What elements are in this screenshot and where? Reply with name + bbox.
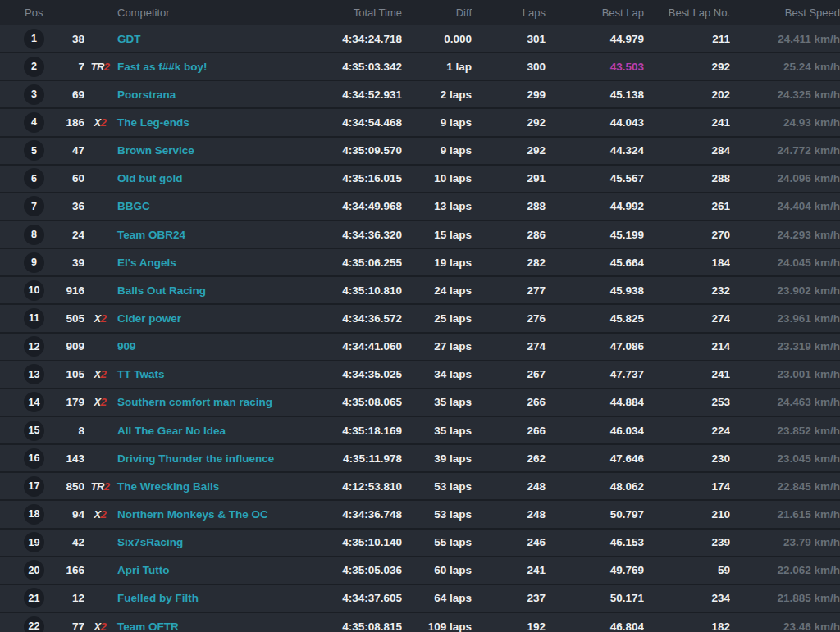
competitor-name[interactable]: Driving Thunder the influence	[116, 452, 275, 465]
laps-value: 301	[472, 33, 546, 45]
position-badge: 7	[24, 196, 44, 216]
position-number: 3	[31, 89, 37, 100]
diff-value: 35 laps	[402, 425, 472, 437]
position-cell: 3	[0, 84, 51, 105]
total-time-value: 4:35:08.815	[275, 621, 402, 632]
best-lap-value: 48.062	[546, 480, 644, 493]
total-time-value: 4:35:08.065	[275, 396, 402, 408]
column-header-best-lap[interactable]: Best Lap	[546, 7, 644, 19]
best-speed-value: 24.772 km/h	[730, 144, 840, 157]
table-row[interactable]: 5 47 Brown Service 4:35:09.570 9 laps 29…	[0, 136, 840, 164]
competitor-name[interactable]: GDT	[116, 33, 275, 45]
competitor-name[interactable]: Old but gold	[116, 172, 275, 184]
laps-value: 266	[472, 425, 546, 437]
diff-value: 53 laps	[402, 508, 472, 521]
table-row[interactable]: 11 505 X2 Cider power 4:34:36.572 25 lap…	[0, 303, 840, 331]
competitor-name[interactable]: El's Angels	[116, 257, 275, 269]
total-time-value: 4:35:10.810	[275, 284, 402, 297]
position-number: 8	[31, 229, 37, 240]
competitor-name[interactable]: Six7sRacing	[116, 536, 275, 548]
competitor-name[interactable]: Fast as f##k boy!	[116, 61, 275, 73]
table-row[interactable]: 2 7 TR2 Fast as f##k boy! 4:35:03.342 1 …	[0, 52, 840, 80]
table-row[interactable]: 17 850 TR2 The Wrecking Balls 4:12:53.81…	[0, 471, 840, 499]
column-header-total-time[interactable]: Total Time	[275, 7, 402, 19]
column-header-competitor[interactable]: Competitor	[116, 7, 275, 19]
class-badge-number: 2	[101, 621, 107, 632]
best-speed-value: 22.845 km/h	[730, 480, 840, 493]
best-speed-value: 24.045 km/h	[730, 257, 840, 269]
position-badge: 9	[24, 252, 44, 273]
table-row[interactable]: 7 36 BBGC 4:34:49.968 13 laps 288 44.992…	[0, 192, 840, 220]
laps-value: 276	[472, 312, 546, 325]
table-row[interactable]: 9 39 El's Angels 4:35:06.255 19 laps 282…	[0, 248, 840, 275]
competitor-name[interactable]: Team OFTR	[116, 621, 275, 632]
car-number: 179	[51, 396, 84, 408]
column-header-laps[interactable]: Laps	[472, 7, 546, 19]
column-header-diff[interactable]: Diff	[402, 7, 472, 19]
best-lap-no-value: 184	[644, 257, 730, 269]
competitor-name[interactable]: 909	[116, 340, 275, 352]
table-row[interactable]: 15 8 All The Gear No Idea 4:35:18.169 35…	[0, 416, 840, 443]
best-lap-value: 47.737	[546, 368, 644, 380]
position-number: 21	[29, 593, 40, 604]
diff-value: 9 laps	[402, 116, 472, 129]
position-number: 15	[29, 425, 40, 436]
laps-value: 248	[472, 480, 546, 493]
best-lap-value: 50.797	[546, 508, 644, 521]
class-badge: TR2	[84, 61, 116, 73]
car-number: 166	[51, 564, 84, 576]
diff-value: 15 laps	[402, 229, 472, 241]
competitor-name[interactable]: Balls Out Racing	[116, 284, 275, 297]
table-row[interactable]: 4 186 X2 The Leg-ends 4:34:54.468 9 laps…	[0, 107, 840, 135]
race-results-table: Pos Competitor Total Time Diff Laps Best…	[0, 0, 840, 632]
total-time-value: 4:35:16.015	[275, 172, 402, 184]
diff-value: 39 laps	[402, 452, 472, 465]
total-time-value: 4:34:49.968	[275, 200, 402, 212]
position-number: 6	[31, 173, 37, 184]
position-badge: 13	[24, 364, 44, 384]
best-lap-no-value: 232	[644, 284, 730, 297]
table-row[interactable]: 21 12 Fuelled by Filth 4:34:37.605 64 la…	[0, 584, 840, 612]
column-header-best-speed[interactable]: Best Speed	[730, 7, 840, 19]
table-row[interactable]: 13 105 X2 TT Twats 4:34:35.025 34 laps 2…	[0, 360, 840, 388]
table-row[interactable]: 16 143 Driving Thunder the influence 4:3…	[0, 443, 840, 471]
competitor-name[interactable]: BBGC	[116, 200, 275, 212]
table-row[interactable]: 10 916 Balls Out Racing 4:35:10.810 24 l…	[0, 275, 840, 303]
diff-value: 64 laps	[402, 592, 472, 604]
table-row[interactable]: 14 179 X2 Southern comfort man racing te…	[0, 388, 840, 416]
competitor-name[interactable]: Brown Service	[116, 144, 275, 157]
competitor-name[interactable]: Fuelled by Filth	[116, 592, 275, 604]
competitor-name[interactable]: TT Twats	[116, 368, 275, 380]
best-speed-value: 23.852 km/h	[730, 425, 840, 437]
table-row[interactable]: 12 909 909 4:34:41.060 27 laps 274 47.08…	[0, 332, 840, 360]
position-badge: 20	[24, 560, 44, 580]
total-time-value: 4:35:09.570	[275, 144, 402, 157]
table-row[interactable]: 1 38 GDT 4:34:24.718 0.000 301 44.979 21…	[0, 25, 840, 52]
class-badge-number: 2	[101, 312, 107, 325]
competitor-name[interactable]: Apri Tutto	[116, 564, 275, 576]
best-lap-value: 46.034	[546, 425, 644, 437]
competitor-name[interactable]: Poorstrana	[116, 89, 275, 101]
competitor-name[interactable]: The Wrecking Balls	[116, 480, 275, 493]
competitor-name[interactable]: The Leg-ends	[116, 116, 275, 129]
column-header-pos[interactable]: Pos	[0, 7, 51, 19]
competitor-name[interactable]: Cider power	[116, 312, 275, 325]
best-lap-no-value: 234	[644, 592, 730, 604]
position-cell: 20	[0, 560, 51, 580]
total-time-value: 4:35:11.978	[275, 452, 402, 465]
table-row[interactable]: 6 60 Old but gold 4:35:16.015 10 laps 29…	[0, 164, 840, 192]
car-number: 24	[51, 229, 84, 241]
column-header-best-lap-no[interactable]: Best Lap No.	[644, 7, 730, 19]
table-row[interactable]: 22 77 X2 Team OFTR 4:35:08.815 109 laps …	[0, 612, 840, 632]
competitor-name[interactable]: Northern Monkeys & The OC	[116, 508, 275, 521]
table-row[interactable]: 18 94 X2 Northern Monkeys & The OC 4:34:…	[0, 499, 840, 527]
table-row[interactable]: 3 69 Poorstrana 4:34:52.931 2 laps 299 4…	[0, 80, 840, 107]
competitor-name[interactable]: Team OBR24	[116, 229, 275, 241]
table-row[interactable]: 8 24 Team OBR24 4:34:36.320 15 laps 286 …	[0, 220, 840, 248]
table-row[interactable]: 20 166 Apri Tutto 4:35:05.036 60 laps 24…	[0, 556, 840, 584]
competitor-name[interactable]: Southern comfort man racing team	[116, 396, 275, 408]
car-number: 38	[51, 33, 84, 45]
best-lap-value: 47.646	[546, 452, 644, 465]
table-row[interactable]: 19 42 Six7sRacing 4:35:10.140 55 laps 24…	[0, 528, 840, 556]
competitor-name[interactable]: All The Gear No Idea	[116, 425, 275, 437]
